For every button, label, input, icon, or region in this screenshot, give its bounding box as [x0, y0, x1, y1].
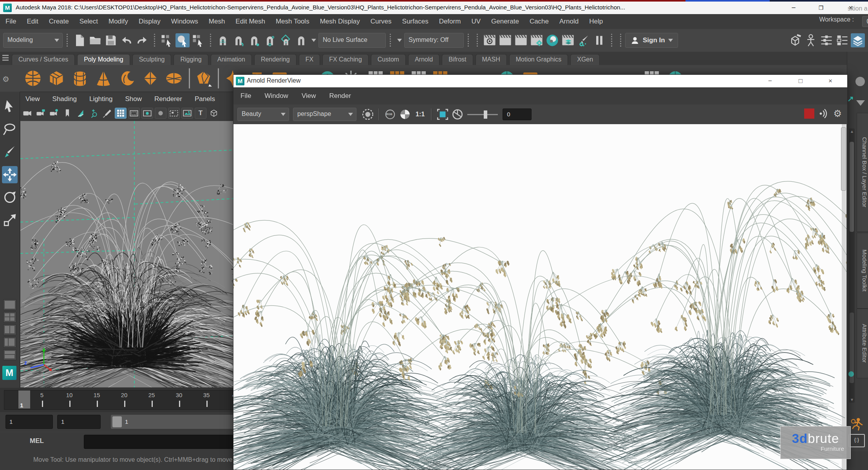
poly-sphere-icon[interactable] [24, 69, 42, 88]
select-component-icon[interactable] [191, 33, 205, 47]
layout-two-pane-button[interactable] [3, 324, 16, 335]
menu-mesh-tools[interactable]: Mesh Tools [276, 18, 309, 25]
poly-disc-icon[interactable] [165, 69, 183, 88]
playback-start-field[interactable]: 1 [5, 415, 53, 429]
shelf-tab-poly-modeling[interactable]: Poly Modeling [77, 54, 130, 65]
refresh-render-icon[interactable] [451, 108, 464, 121]
make-live-icon[interactable] [294, 33, 308, 47]
new-scene-icon[interactable] [72, 33, 87, 47]
tab-attribute-editor[interactable]: Attribute Editor [857, 309, 868, 378]
renderview-close-button[interactable]: × [822, 76, 839, 87]
sidebar-expand-icon[interactable]: ↗ [847, 94, 854, 103]
symmetry-caret-icon[interactable] [397, 39, 402, 42]
menu-display[interactable]: Display [139, 18, 161, 25]
viewport-field-chart-icon[interactable] [168, 108, 180, 119]
viewport-camera-attrs-icon[interactable] [48, 108, 60, 119]
viewport-grid-toggle-icon[interactable] [115, 108, 127, 119]
render-sequence-icon[interactable] [561, 33, 575, 47]
shelf-tab-fx[interactable]: FX [299, 54, 320, 65]
crop-region-icon[interactable] [436, 108, 449, 121]
shelf-tab-rigging[interactable]: Rigging [174, 54, 208, 65]
modeling-toolkit-toggle-icon[interactable] [788, 33, 802, 47]
minimize-button[interactable]: − [786, 2, 801, 13]
shelf-tab-arnold[interactable]: Arnold [408, 54, 439, 65]
poly-plane-icon[interactable] [141, 69, 160, 88]
channel-box-toggle-icon[interactable] [851, 33, 865, 47]
workspace-value[interactable]: 01* [862, 16, 868, 27]
menu-edit-mesh[interactable]: Edit Mesh [235, 18, 265, 25]
shelf-tab-motion-graphics[interactable]: Motion Graphics [509, 54, 568, 65]
menu-select[interactable]: Select [80, 18, 98, 25]
move-tool-icon[interactable] [2, 166, 18, 183]
snap-point-icon[interactable] [247, 33, 261, 47]
viewport-texture-icon[interactable]: T [195, 108, 206, 119]
renderview-minimize-button[interactable]: − [762, 76, 778, 87]
select-hierarchy-icon[interactable] [160, 33, 174, 47]
sidebar-scrollbar[interactable]: ▲ ▼ [849, 128, 855, 403]
live-surface-field[interactable]: No Live Surface [318, 33, 386, 48]
viewport-image-plane-icon[interactable] [181, 108, 193, 119]
menu-windows[interactable]: Windows [171, 18, 198, 25]
snapshot-icon[interactable] [361, 108, 374, 121]
save-scene-icon[interactable] [104, 33, 118, 47]
viewport-resolution-gate-icon[interactable] [141, 108, 153, 119]
snap-grid-icon[interactable] [216, 33, 230, 47]
maya-toolbox-logo-icon[interactable]: M [2, 366, 16, 380]
menu-cache[interactable]: Cache [530, 18, 549, 25]
renderview-scroll-thumb[interactable] [841, 127, 846, 191]
sidebar-caret-icon[interactable] [856, 100, 865, 106]
exposure-slider[interactable] [467, 114, 498, 115]
snap-options-caret-icon[interactable] [311, 39, 316, 42]
lasso-tool-icon[interactable] [2, 121, 18, 138]
tab-channel-box-layer-editor[interactable]: Channel Box / Layer Editor [857, 113, 868, 232]
script-editor-icon[interactable]: {:} [848, 434, 865, 447]
shelf-tab-animation[interactable]: Animation [211, 54, 252, 65]
alpha-channel-icon[interactable] [398, 108, 412, 121]
viewport-film-gate-icon[interactable] [128, 108, 140, 119]
restore-button[interactable]: ❐ [813, 2, 829, 13]
layout-custom-button[interactable] [3, 349, 16, 360]
exposure-value-field[interactable]: 0 [503, 108, 532, 120]
menu-set-dropdown[interactable]: Modeling [3, 33, 63, 48]
render-settings-icon[interactable] [530, 33, 544, 47]
pause-icon[interactable] [592, 33, 606, 47]
titlebar[interactable]: M Autodesk Maya 2018: C:\Users\DESKTOP01… [0, 2, 868, 14]
shelf-tab-sculpting[interactable]: Sculpting [132, 54, 172, 65]
shelf-tab-custom[interactable]: Custom [371, 54, 406, 65]
undo-icon[interactable] [119, 33, 134, 47]
render-current-frame-icon[interactable] [483, 33, 497, 47]
menu-modify[interactable]: Modify [108, 18, 128, 25]
open-render-view-icon[interactable] [498, 33, 512, 47]
renderview-menu-window[interactable]: Window [264, 92, 288, 100]
renderview-titlebar[interactable]: M Arnold RenderView − □ × [233, 75, 847, 87]
scroll-up-icon[interactable]: ▲ [850, 129, 854, 134]
poly-cube-icon[interactable] [47, 69, 66, 88]
redo-icon[interactable] [135, 33, 149, 47]
shelf-tab-bifrost[interactable]: Bifrost [442, 54, 473, 65]
poly-platonic-icon[interactable] [194, 69, 213, 88]
viewport-menu-view[interactable]: View [25, 95, 40, 103]
viewport-menu-panels[interactable]: Panels [195, 95, 215, 103]
viewport-menu-renderer[interactable]: Renderer [154, 95, 182, 103]
snap-curve-icon[interactable] [231, 33, 246, 47]
scale-tool-icon[interactable] [2, 212, 18, 229]
shelf-gear-icon[interactable]: ⚙ [2, 74, 9, 84]
paint-select-tool-icon[interactable] [2, 143, 18, 161]
layout-single-pane-button[interactable] [3, 299, 16, 310]
menu-curves[interactable]: Curves [371, 18, 392, 25]
viewport-move-magnify-icon[interactable] [88, 108, 100, 119]
poly-cone-icon[interactable] [94, 69, 113, 88]
rgb-channel-icon[interactable]: RGB [383, 108, 397, 121]
menu-create[interactable]: Create [49, 18, 69, 25]
select-tool-icon[interactable] [2, 98, 18, 115]
viewport-xray-icon[interactable] [208, 108, 220, 119]
snap-center-icon[interactable] [263, 33, 277, 47]
shelf-menu-icon[interactable] [2, 55, 9, 61]
menu-mesh[interactable]: Mesh [209, 18, 225, 25]
shelf-tab-mash[interactable]: MASH [476, 54, 507, 65]
render-image-canvas[interactable] [233, 124, 846, 470]
menu-uv[interactable]: UV [471, 18, 481, 25]
viewport-camera-icon[interactable] [22, 108, 33, 119]
zoom-ratio-button[interactable]: 1:1 [416, 111, 425, 118]
viewport-pen-icon[interactable] [101, 108, 113, 119]
